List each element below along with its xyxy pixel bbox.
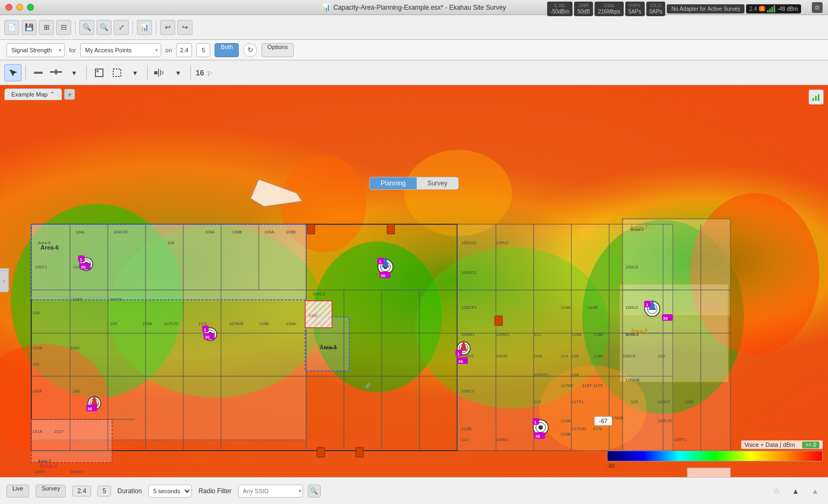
svg-text:117C/D: 117C/D: [571, 426, 586, 431]
svg-text:103T: 103T: [72, 297, 82, 302]
planning-tab[interactable]: Planning: [370, 177, 417, 189]
svg-text:107C/D: 107C/D: [164, 321, 178, 326]
svg-text:117T1: 117T1: [571, 399, 584, 404]
svg-text:36: 36: [381, 273, 385, 278]
svg-text:111: 111: [534, 332, 541, 337]
band-24-button[interactable]: 2.4: [176, 43, 192, 57]
area-tool-2[interactable]: [108, 64, 126, 81]
svg-text:107T1: 107T1: [110, 297, 122, 302]
svg-text:120: 120: [658, 354, 665, 358]
minimize-button[interactable]: [16, 4, 23, 11]
ap-tool[interactable]: [151, 64, 169, 81]
zoom-fit-button[interactable]: ⤢: [114, 20, 129, 35]
svg-text:1: 1: [646, 302, 648, 307]
svg-text:100U3: 100U3: [625, 265, 638, 270]
svg-text:100C2: 100C2: [313, 292, 326, 296]
signal-indicator: 2.4 5 -48 dBm: [746, 4, 801, 13]
svg-text:36: 36: [205, 335, 210, 340]
svg-text:114A: 114A: [561, 305, 571, 310]
tool-separator-1: [25, 65, 26, 80]
svg-text:107A/B: 107A/B: [229, 321, 243, 326]
svg-text:116A: 116A: [571, 332, 582, 337]
metric-select[interactable]: Signal Strength: [6, 43, 65, 57]
legend-title: Voice + Data | dBm >= 0: [741, 440, 823, 449]
survey-bottom-button[interactable]: Survey: [36, 485, 66, 498]
add-map-button[interactable]: +: [64, 89, 75, 100]
search-bottom-button[interactable]: 🔍: [308, 485, 321, 498]
ap-dropdown[interactable]: ▾: [169, 64, 187, 81]
svg-text:1: 1: [534, 420, 537, 425]
new-button[interactable]: 📄: [4, 20, 19, 35]
maximize-button[interactable]: [27, 4, 34, 11]
ch0-pill: Ch.O 0APs: [646, 2, 666, 16]
chart-button[interactable]: 📊: [137, 20, 152, 35]
both-button[interactable]: Both: [215, 43, 239, 57]
select-tool[interactable]: [4, 64, 22, 81]
chart-icon-button[interactable]: [809, 89, 824, 105]
map-tab-arrow[interactable]: ⌃: [50, 91, 55, 98]
view-btn-2[interactable]: ⊟: [56, 20, 71, 35]
svg-text:115A: 115A: [561, 418, 571, 423]
svg-rect-33: [31, 419, 112, 462]
svg-text:104C/D: 104C/D: [113, 230, 128, 234]
view-btn-1[interactable]: ⊞: [39, 20, 54, 35]
wall-tool[interactable]: [30, 64, 47, 81]
live-button[interactable]: Live: [6, 485, 29, 498]
access-points-select[interactable]: My Access Points: [80, 43, 161, 57]
scroll-up-button[interactable]: ▲: [789, 485, 802, 498]
redo-button[interactable]: ↪: [177, 20, 192, 35]
left-panel-toggle[interactable]: ‹: [0, 271, 9, 292]
s-str-pill: S.Str. -50dBm: [547, 2, 572, 16]
svg-text:1: 1: [379, 259, 382, 264]
wall-tool-2[interactable]: [47, 64, 65, 81]
radio-filter-input[interactable]: [238, 485, 303, 498]
svg-text:16: 16: [196, 68, 204, 77]
band-5-bottom: 5: [98, 486, 111, 496]
svg-text:113B: 113B: [461, 426, 472, 431]
view-tabs: Planning Survey: [369, 177, 459, 190]
area-tool[interactable]: [91, 64, 108, 81]
wall-tools: ▾: [30, 64, 82, 81]
band-5-button[interactable]: 5: [196, 43, 210, 57]
svg-rect-59: [623, 219, 730, 451]
svg-rect-193: [387, 224, 395, 234]
svg-rect-7: [154, 71, 157, 74]
refresh-button[interactable]: ↻: [243, 43, 257, 57]
example-map-tab[interactable]: Example Map ⌃: [4, 88, 62, 100]
close-button[interactable]: [5, 4, 12, 11]
main-content: Planning Survey Example Map ⌃ + ‹: [0, 85, 828, 477]
wall-dropdown[interactable]: ▾: [65, 64, 82, 81]
legend-labels: -80: [607, 463, 823, 469]
scroll-down-button[interactable]: ▲: [809, 485, 822, 498]
settings-gear-button[interactable]: ⚙: [812, 2, 823, 13]
svg-text:116B: 116B: [593, 332, 603, 337]
svg-rect-13: [812, 98, 814, 101]
area-dropdown[interactable]: ▾: [126, 64, 143, 81]
svg-text:100M1: 100M1: [461, 332, 475, 337]
radio-filter-label: Radio Filter: [198, 487, 231, 495]
options-button[interactable]: Options: [261, 43, 294, 57]
status-bar-top: S.Str. -50dBm SNR 50dB Data 216Mbps #APs…: [547, 2, 801, 16]
svg-rect-14: [815, 96, 817, 101]
svg-text:103: 103: [32, 310, 40, 315]
svg-text:105A: 105A: [142, 321, 153, 326]
snr-pill: SNR 50dB: [574, 2, 593, 16]
zoom-out-button[interactable]: 🔍: [96, 20, 112, 35]
svg-text:108B: 108B: [232, 230, 242, 234]
window-title: 📊 Capacity-Area-Planning-Example.esx* - …: [322, 3, 506, 11]
duration-select[interactable]: 5 seconds: [148, 485, 192, 498]
capacity-tool[interactable]: 161¹: [195, 64, 215, 81]
undo-button[interactable]: ↩: [160, 20, 175, 35]
svg-text:Area-4: Area-4: [320, 344, 337, 350]
svg-rect-192: [307, 224, 315, 234]
favorite-button[interactable]: ☆: [770, 485, 783, 498]
svg-text:36: 36: [663, 316, 668, 321]
legend: Voice + Data | dBm >= 0 -80: [607, 440, 823, 469]
svg-text:104L: 104L: [75, 230, 85, 234]
survey-tab[interactable]: Survey: [417, 177, 458, 189]
save-button[interactable]: 💾: [22, 20, 37, 35]
window-controls: [5, 4, 34, 11]
svg-text:100J1: 100J1: [496, 354, 508, 358]
svg-text:101A: 101A: [32, 429, 43, 434]
zoom-in-button[interactable]: 🔍: [79, 20, 94, 35]
